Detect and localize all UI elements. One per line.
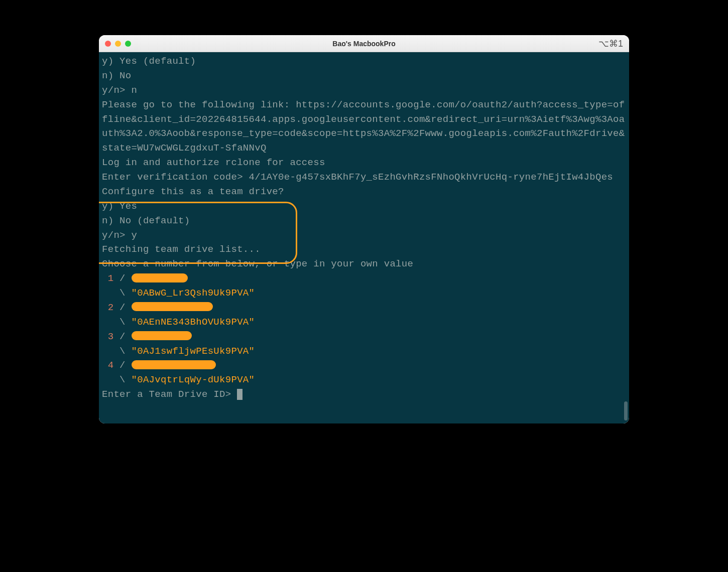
terminal-line: y/n> n <box>102 83 626 98</box>
drive-entry-id: \ "0AJvqtrLqWy-dUk9PVA" <box>102 373 626 387</box>
terminal-line: y/n> y <box>102 228 626 243</box>
terminal-line: n) No (default) <box>102 214 626 228</box>
drive-entry-name: 2 / <box>102 301 626 315</box>
terminal-line: Configure this as a team drive? <box>102 185 626 199</box>
terminal-line: y) Yes <box>102 199 626 214</box>
shortcut-label: ⌥⌘1 <box>598 38 623 49</box>
drive-entry-id: \ "0AJ1swfljwPEsUk9PVA" <box>102 344 626 359</box>
terminal-line: Log in and authorize rclone for access <box>102 156 626 170</box>
terminal-line: Enter verification code> 4/1AY0e-g457sxB… <box>102 170 626 185</box>
titlebar: Bao's MacbookPro ⌥⌘1 <box>99 35 629 52</box>
maximize-button[interactable] <box>125 41 131 47</box>
cursor <box>237 389 242 400</box>
drive-entry-name: 4 / <box>102 358 626 373</box>
drive-entry-name: 3 / <box>102 330 626 344</box>
terminal-window: Bao's MacbookPro ⌥⌘1 y) Yes (default) n)… <box>99 35 629 423</box>
drive-entry-name: 1 / <box>102 271 626 286</box>
window-title: Bao's MacbookPro <box>332 40 395 48</box>
terminal-prompt[interactable]: Enter a Team Drive ID> <box>102 387 626 402</box>
drive-entry-id: \ "0AEnNE343BhOVUk9PVA" <box>102 315 626 330</box>
terminal-area[interactable]: y) Yes (default) n) No y/n> n Please go … <box>99 52 629 423</box>
drive-list: 1 / \ "0ABwG_Lr3Qsh9Uk9PVA" 2 / \ "0AEnN… <box>102 271 626 387</box>
terminal-line: n) No <box>102 69 626 83</box>
terminal-line: Choose a number from below, or type in y… <box>102 257 626 271</box>
close-button[interactable] <box>105 41 111 47</box>
traffic-lights <box>105 41 131 47</box>
minimize-button[interactable] <box>115 41 121 47</box>
drive-entry-id: \ "0ABwG_Lr3Qsh9Uk9PVA" <box>102 286 626 301</box>
scrollbar-thumb[interactable] <box>624 401 628 420</box>
terminal-line: y) Yes (default) <box>102 54 626 69</box>
terminal-line: Please go to the following link: https:/… <box>102 98 626 156</box>
terminal-line: Fetching team drive list... <box>102 242 626 257</box>
